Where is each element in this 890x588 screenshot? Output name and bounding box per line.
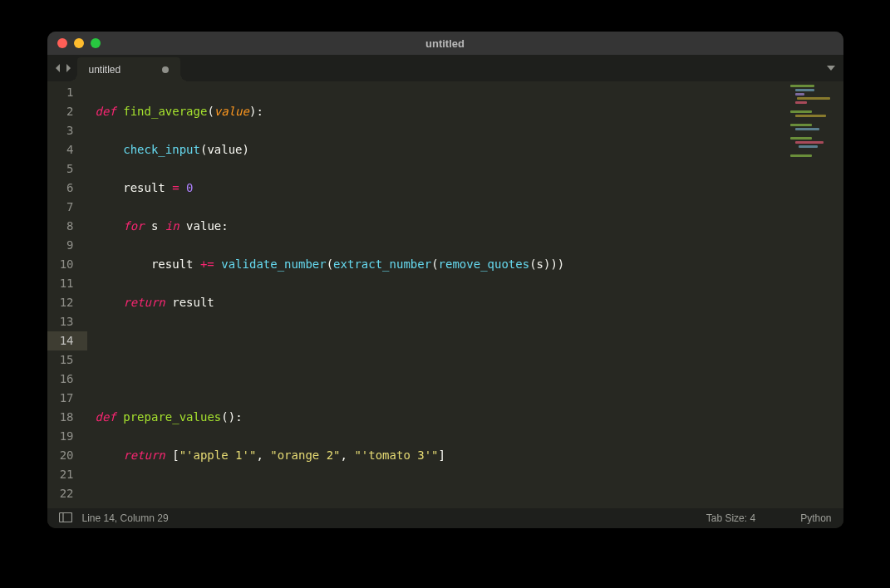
line-number[interactable]: 11 xyxy=(47,274,74,293)
line-number[interactable]: 16 xyxy=(47,370,74,389)
line-number[interactable]: 14 xyxy=(47,331,87,350)
code-line: result += validate_number(extract_number… xyxy=(87,255,785,274)
window-title: untitled xyxy=(425,37,465,50)
code-line xyxy=(87,370,785,389)
code-line: def prepare_values(): xyxy=(87,408,785,427)
line-number[interactable]: 2 xyxy=(47,102,74,121)
tab-dropdown[interactable] xyxy=(819,55,843,81)
editor-area[interactable]: 12345678910111213141516171819202122 def … xyxy=(47,81,843,508)
line-number[interactable]: 22 xyxy=(47,484,74,503)
code-line: return result xyxy=(87,293,785,312)
line-number[interactable]: 6 xyxy=(47,179,74,198)
line-number[interactable]: 10 xyxy=(47,255,74,274)
line-number[interactable]: 7 xyxy=(47,198,74,217)
panel-icon[interactable] xyxy=(59,512,72,525)
svg-rect-0 xyxy=(59,512,71,522)
gutter[interactable]: 12345678910111213141516171819202122 xyxy=(47,81,87,508)
line-number[interactable]: 21 xyxy=(47,465,74,484)
minimap[interactable] xyxy=(785,81,843,508)
line-number[interactable]: 5 xyxy=(47,159,74,179)
titlebar[interactable]: untitled xyxy=(47,32,843,55)
nav-back-icon[interactable] xyxy=(54,63,62,73)
window-controls xyxy=(57,38,101,48)
tab-untitled[interactable]: untitled xyxy=(77,57,181,81)
tabbar: untitled xyxy=(47,55,843,81)
code-line: check_input(value) xyxy=(87,140,785,159)
line-number[interactable]: 12 xyxy=(47,293,74,312)
code-content[interactable]: def find_average(value): check_input(val… xyxy=(87,81,785,508)
line-number[interactable]: 1 xyxy=(47,83,74,102)
dirty-indicator-icon xyxy=(162,66,169,73)
line-number[interactable]: 13 xyxy=(47,312,74,331)
chevron-down-icon xyxy=(827,65,835,71)
statusbar: Line 14, Column 29 Tab Size: 4 Python xyxy=(47,508,843,528)
line-number[interactable]: 4 xyxy=(47,140,74,159)
code-line: for s in value: xyxy=(87,217,785,236)
line-number[interactable]: 3 xyxy=(47,121,74,140)
tab-label: untitled xyxy=(89,64,121,76)
line-number[interactable]: 19 xyxy=(47,427,74,446)
line-number[interactable]: 17 xyxy=(47,389,74,408)
minimize-icon[interactable] xyxy=(74,38,84,48)
code-line: result = 0 xyxy=(87,179,785,198)
editor-window: untitled untitled 1234567891011121314151… xyxy=(47,32,843,528)
line-number[interactable]: 20 xyxy=(47,446,74,465)
line-number[interactable]: 9 xyxy=(47,236,74,255)
code-line xyxy=(87,484,785,503)
code-line: def find_average(value): xyxy=(87,102,785,121)
code-line: return ["'apple 1'", "orange 2", "'tomat… xyxy=(87,446,785,465)
status-tabsize[interactable]: Tab Size: 4 xyxy=(706,512,755,524)
close-icon[interactable] xyxy=(57,38,67,48)
maximize-icon[interactable] xyxy=(91,38,101,48)
line-number[interactable]: 15 xyxy=(47,350,74,370)
line-number[interactable]: 18 xyxy=(47,408,74,427)
nav-forward-icon[interactable] xyxy=(64,63,72,73)
status-position[interactable]: Line 14, Column 29 xyxy=(82,512,169,524)
line-number[interactable]: 8 xyxy=(47,217,74,236)
status-language[interactable]: Python xyxy=(800,512,831,524)
code-line xyxy=(87,331,785,350)
